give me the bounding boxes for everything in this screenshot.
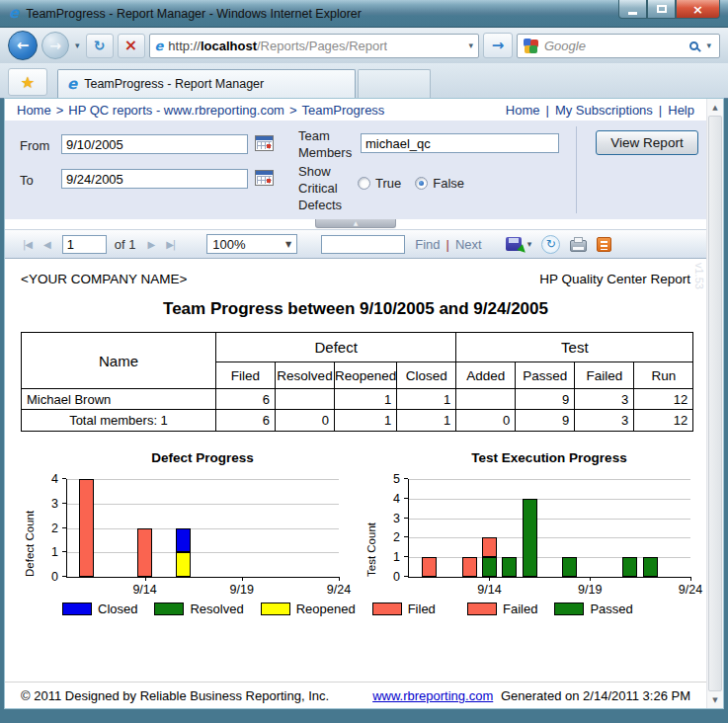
previous-page-button[interactable]: ◀ — [38, 239, 56, 250]
address-bar[interactable]: e http://localhost/Reports/Pages/Report … — [149, 34, 479, 58]
export-icon[interactable] — [506, 237, 522, 251]
forward-button[interactable]: → — [41, 32, 69, 59]
x-tick-label: 9/24 — [327, 583, 351, 597]
page-icon: e — [155, 40, 164, 52]
breadcrumb-separator: > — [284, 103, 302, 118]
zoom-select[interactable]: 100% ▼ — [206, 234, 297, 254]
next-page-button[interactable]: ▶ — [141, 239, 160, 250]
x-axis-tick — [339, 577, 340, 581]
y-tick-label: 5 — [393, 472, 400, 486]
gridline — [67, 504, 339, 505]
row-value-cell: 3 — [575, 389, 634, 410]
back-button[interactable]: ← — [8, 31, 38, 60]
bar-segment-failed — [422, 557, 437, 577]
search-dropdown-icon[interactable]: ▾ — [704, 40, 713, 50]
product-name: HP Quality Center Report — [539, 272, 690, 286]
scroll-down-button[interactable]: ▼ — [707, 691, 723, 708]
col-header-failed: Failed — [575, 362, 634, 389]
x-axis-tick — [242, 577, 243, 581]
favorites-button[interactable]: ★ — [8, 68, 47, 96]
legend-swatch — [261, 602, 290, 615]
last-page-button[interactable]: ▶| — [160, 239, 181, 250]
rbreporting-link[interactable]: www.rbreporting.com — [372, 688, 493, 703]
my-subscriptions-link[interactable]: My Subscriptions — [555, 103, 653, 118]
close-button[interactable]: × — [676, 0, 720, 19]
find-text-input[interactable] — [321, 235, 405, 254]
search-input[interactable]: Google — [544, 39, 684, 53]
y-tick-label: 1 — [393, 550, 400, 564]
go-button[interactable]: → — [483, 33, 513, 58]
first-page-button[interactable]: |◀ — [17, 239, 38, 250]
x-axis-tick — [489, 577, 490, 581]
gridline — [409, 519, 690, 520]
x-axis-tick — [690, 577, 691, 581]
search-box[interactable]: Google ▾ — [517, 34, 720, 58]
report-footer: © 2011 Designed by Reliable Business Rep… — [5, 682, 706, 706]
breadcrumb-home-link[interactable]: Home — [17, 103, 51, 118]
minimize-icon — [628, 12, 637, 15]
tab-active[interactable]: e TeamProgress - Report Manager — [57, 69, 356, 98]
window-title: TeamProgress - Report Manager - Windows … — [26, 7, 362, 21]
row-value-cell: 1 — [335, 389, 397, 410]
from-date-input[interactable] — [61, 134, 248, 154]
page: Home > HP QC reports - www.rbreporting.c… — [5, 99, 723, 708]
find-link[interactable]: Find — [415, 237, 440, 252]
breadcrumb-folder-link[interactable]: HP QC reports - www.rbreporting.com — [68, 103, 284, 118]
search-icon[interactable] — [689, 41, 698, 50]
to-calendar-icon[interactable] — [255, 170, 274, 186]
history-dropdown-icon[interactable]: ▾ — [73, 40, 82, 50]
maximize-button[interactable] — [647, 0, 676, 19]
maximize-icon — [657, 5, 667, 13]
col-header-filed: Filed — [216, 362, 276, 389]
legend-item: Resolved — [154, 602, 243, 616]
vertical-scrollbar[interactable]: ▲ ▼ — [706, 99, 723, 708]
new-tab-button[interactable] — [358, 69, 431, 98]
gridline — [67, 528, 339, 529]
legend-swatch — [467, 602, 497, 615]
print-icon[interactable] — [570, 240, 587, 252]
next-link[interactable]: Next — [455, 237, 482, 252]
scroll-up-button[interactable]: ▲ — [707, 99, 723, 116]
bar-segment-failed — [482, 537, 497, 557]
bar-segment-passed — [562, 557, 577, 577]
scrollbar-thumb[interactable] — [708, 116, 722, 691]
radio-true-label[interactable]: True — [375, 176, 401, 191]
parameter-divider — [576, 126, 577, 213]
view-report-button[interactable]: View Report — [596, 130, 698, 155]
gridline — [67, 479, 339, 480]
y-axis-tick — [404, 498, 408, 499]
stop-button[interactable]: × — [118, 34, 145, 58]
export-dropdown-icon[interactable]: ▾ — [527, 239, 532, 249]
address-dropdown-icon[interactable]: ▾ — [468, 40, 473, 50]
y-tick-label: 3 — [393, 512, 400, 525]
breadcrumb-report-link[interactable]: TeamProgress — [302, 103, 385, 118]
row-name-cell: Michael Brown — [22, 389, 216, 410]
radio-false[interactable] — [415, 177, 428, 190]
collapse-parameters-handle[interactable]: ▲ — [315, 219, 396, 228]
title-bar: e TeamProgress - Report Manager - Window… — [0, 0, 728, 28]
y-axis-tick — [62, 503, 66, 504]
test-execution-chart: Test Execution Progress 012345Test Count… — [368, 450, 704, 616]
data-feed-icon[interactable] — [597, 237, 611, 252]
refresh-report-icon[interactable]: ↻ — [541, 235, 560, 254]
radio-true[interactable] — [358, 177, 370, 190]
page-count-label: of 1 — [115, 237, 136, 252]
minimize-button[interactable] — [618, 0, 647, 19]
y-axis-tick — [62, 527, 66, 528]
radio-false-label[interactable]: False — [433, 176, 464, 191]
refresh-button[interactable]: ↻ — [86, 34, 114, 58]
help-link[interactable]: Help — [668, 103, 694, 118]
team-members-input[interactable] — [361, 133, 559, 153]
tab-bar: ★ e TeamProgress - Report Manager — [0, 63, 728, 99]
navigation-bar: ← → ▾ ↻ × e http://localhost/Reports/Pag… — [0, 28, 728, 63]
current-page-input[interactable] — [62, 235, 107, 254]
company-name: <YOUR COMPANY NAME> — [21, 272, 187, 286]
col-header-added: Added — [456, 362, 516, 389]
quick-links-separator: | — [653, 103, 668, 118]
from-calendar-icon[interactable] — [255, 135, 274, 151]
zoom-dropdown-icon: ▼ — [285, 240, 291, 249]
to-date-input[interactable] — [61, 169, 248, 189]
home-link[interactable]: Home — [506, 103, 540, 118]
breadcrumb-separator: > — [51, 103, 69, 118]
from-label: From — [20, 138, 49, 155]
